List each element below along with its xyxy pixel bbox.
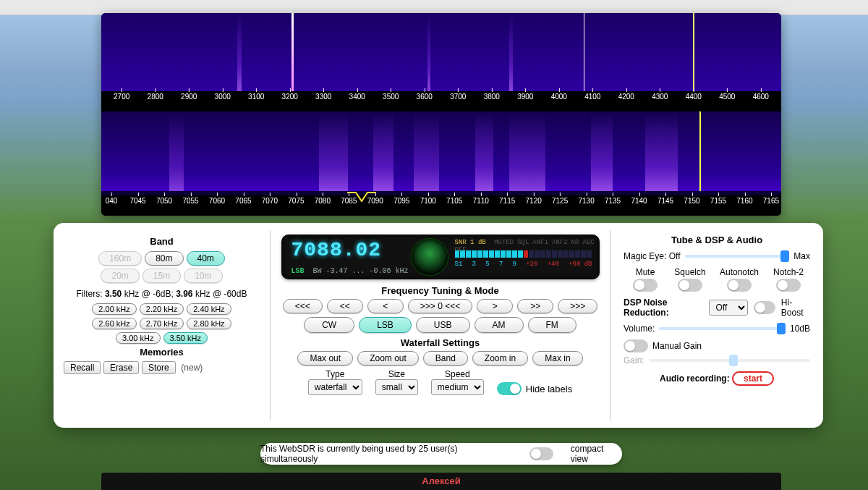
- erase-button[interactable]: Erase: [103, 361, 139, 374]
- band-40m[interactable]: 40m: [187, 251, 225, 266]
- tick: 7055: [182, 197, 198, 205]
- volume-label: Volume:: [624, 324, 655, 334]
- zoom-max-out[interactable]: Max out: [297, 351, 353, 366]
- waterfall-display[interactable]: 2700280029003000310032003300340035003600…: [101, 13, 781, 216]
- tick: 7045: [129, 197, 145, 205]
- record-start-button[interactable]: start: [732, 371, 774, 386]
- tick: 3500: [383, 93, 399, 101]
- mode-fm[interactable]: FM: [528, 317, 576, 333]
- frequency-readout: 7088.02: [292, 239, 382, 261]
- tick: 7160: [736, 197, 752, 205]
- hide-labels-toggle[interactable]: [497, 382, 522, 395]
- band-15m[interactable]: 15m: [142, 269, 181, 283]
- filter-2.40[interactable]: 2.40 kHz: [187, 303, 231, 315]
- tick: 3400: [349, 93, 365, 101]
- band-10m[interactable]: 10m: [184, 269, 222, 283]
- dsp-title: Tube & DSP & Audio: [624, 235, 810, 245]
- tune-[interactable]: <: [367, 299, 404, 313]
- band-20m[interactable]: 20m: [101, 269, 139, 283]
- size-select[interactable]: small: [375, 379, 418, 395]
- filter-2.00[interactable]: 2.00 kHz: [92, 303, 136, 315]
- filter-2.70[interactable]: 2.70 kHz: [140, 318, 184, 329]
- squelch-toggle[interactable]: [678, 279, 702, 292]
- zoom-band[interactable]: Band: [423, 351, 468, 366]
- tick: 7060: [209, 197, 225, 205]
- autonotch-label: Autonotch: [720, 267, 759, 277]
- recall-button[interactable]: Recall: [64, 361, 101, 374]
- tick: 2800: [148, 93, 163, 101]
- tick: 7120: [526, 197, 542, 205]
- filters-readout: Filters: 3.50 kHz @ -6dB; 3.96 kHz @ -60…: [61, 289, 263, 299]
- zoom-zoom-out[interactable]: Zoom out: [357, 351, 419, 366]
- tick: 3600: [417, 93, 433, 101]
- tick: 7125: [552, 197, 568, 205]
- tick: 7100: [420, 197, 436, 205]
- username-bar: Алексей: [101, 473, 781, 490]
- speed-label: Speed: [445, 369, 470, 379]
- tick: 4500: [719, 93, 735, 101]
- tune-0[interactable]: >>> 0 <<<: [408, 299, 472, 313]
- tick: 3000: [215, 93, 231, 101]
- tune-[interactable]: >>>: [558, 299, 597, 313]
- waterfall-settings-title: Waterfall Settings: [278, 337, 603, 348]
- s-meter-scale: S13579+20+40+60 dB: [455, 261, 592, 268]
- recording-label: Audio recording:: [660, 373, 730, 384]
- magic-eye-label: Magic Eye: Off: [624, 251, 681, 261]
- speed-select[interactable]: medium: [431, 379, 484, 395]
- tick: 7140: [631, 197, 647, 205]
- filter-2.60[interactable]: 2.60 kHz: [92, 318, 136, 329]
- mode-usb[interactable]: USB: [416, 317, 470, 333]
- compact-view-toggle[interactable]: [529, 447, 553, 460]
- band-160m[interactable]: 160m: [98, 251, 142, 266]
- control-panel: Band 160m 80m 40m 20m 15m 10m Filters: 3…: [54, 223, 823, 428]
- dnr-select[interactable]: Off: [709, 300, 748, 316]
- tick: 7075: [288, 197, 304, 205]
- tick: 7135: [605, 197, 621, 205]
- tick: 7150: [684, 197, 699, 205]
- mode-cw[interactable]: CW: [304, 317, 354, 333]
- tick: 4600: [753, 93, 769, 101]
- filter-2.20[interactable]: 2.20 kHz: [140, 303, 184, 315]
- tune-[interactable]: >: [477, 299, 513, 313]
- tick: 7115: [499, 197, 515, 205]
- tuning-knob[interactable]: [412, 239, 448, 275]
- tick: 040: [106, 197, 118, 205]
- tune-[interactable]: >>: [517, 299, 553, 313]
- tick: 3800: [484, 93, 500, 101]
- frequency-ruler-top: 2700280029003000310032003300340035003600…: [101, 91, 781, 111]
- users-message: This WebSDR is currently being used by 2…: [260, 444, 512, 464]
- waterfall-upper: [101, 13, 781, 91]
- mode-am[interactable]: AM: [475, 317, 524, 333]
- notch2-toggle[interactable]: [776, 279, 801, 292]
- type-select[interactable]: waterfall: [308, 379, 362, 395]
- tick: 7095: [393, 197, 409, 205]
- zoom-max-in[interactable]: Max in: [532, 351, 582, 366]
- band-title: Band: [61, 236, 263, 247]
- frequency-ruler-bottom: 0407045705070557060706570707075708070857…: [101, 195, 781, 216]
- volume-slider[interactable]: [659, 327, 786, 330]
- hiboost-toggle[interactable]: [754, 301, 775, 314]
- filter-3.00[interactable]: 3.00 kHz: [116, 332, 160, 344]
- filter-2.80[interactable]: 2.80 kHz: [187, 318, 231, 329]
- tune-[interactable]: <<: [327, 299, 363, 313]
- band-80m[interactable]: 80m: [145, 251, 183, 266]
- mute-toggle[interactable]: [633, 279, 658, 292]
- squelch-label: Squelch: [674, 267, 705, 277]
- tick: 2700: [114, 93, 129, 101]
- magic-eye-max: Max: [793, 251, 810, 261]
- tick: 3700: [450, 93, 466, 101]
- tune-[interactable]: <<<: [283, 299, 323, 313]
- autonotch-toggle[interactable]: [727, 279, 752, 292]
- tick: 7165: [763, 197, 779, 205]
- compact-view-label: compact view: [571, 444, 622, 464]
- zoom-zoom-in[interactable]: Zoom in: [472, 351, 528, 366]
- volume-value: 10dB: [790, 324, 810, 334]
- magic-eye-slider[interactable]: [685, 255, 790, 258]
- mode-lsb[interactable]: LSB: [359, 317, 412, 333]
- s-meter: [455, 250, 592, 258]
- gain-slider[interactable]: [649, 359, 810, 362]
- manual-gain-toggle[interactable]: [624, 339, 648, 352]
- tick: 7145: [658, 197, 673, 205]
- filter-3.50[interactable]: 3.50 kHz: [163, 332, 208, 344]
- store-button[interactable]: Store: [142, 361, 176, 374]
